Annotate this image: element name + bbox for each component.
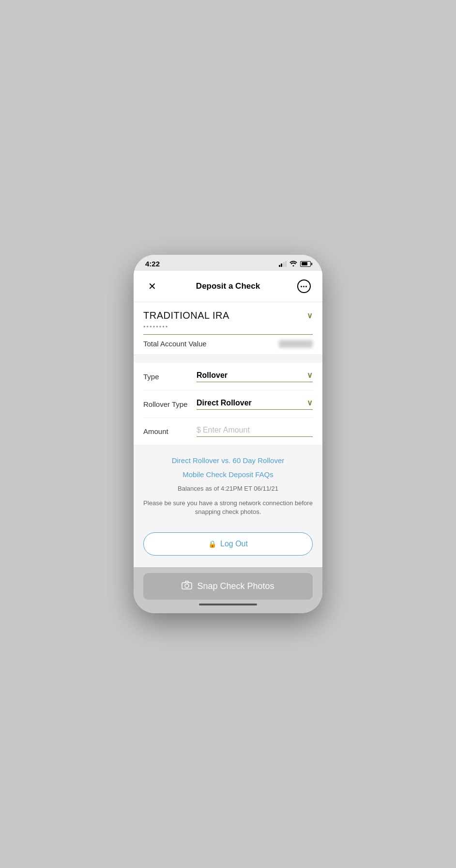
close-button[interactable]: ✕ [143, 278, 161, 295]
dollar-sign: $ [197, 426, 201, 434]
signal-bars-icon [279, 261, 287, 267]
home-indicator [143, 600, 313, 609]
account-divider [143, 334, 313, 335]
account-row: TRADITIONAL IRA ∨ [143, 310, 313, 321]
header: ✕ Deposit a Check [134, 271, 322, 302]
amount-input-container[interactable]: $ Enter Amount [197, 426, 313, 437]
bottom-cta: Snap Check Photos [134, 567, 322, 613]
account-value-blurred [279, 340, 313, 348]
snap-label: Snap Check Photos [197, 581, 274, 591]
type-value: Rollover [197, 371, 228, 380]
type-row: Type Rollover ∨ [143, 363, 313, 390]
main-content: ✕ Deposit a Check TRADITIONAL IRA ∨ [134, 271, 322, 567]
faq-link[interactable]: Mobile Check Deposit FAQs [182, 470, 274, 479]
rollover-type-value: Direct Rollover [197, 399, 252, 407]
account-section[interactable]: TRADITIONAL IRA ∨ •••••••• Total Account… [134, 302, 322, 355]
form-section: TRADITIONAL IRA ∨ •••••••• Total Account… [134, 302, 322, 567]
lock-icon: 🔒 [208, 540, 216, 548]
logout-button[interactable]: 🔒 Log Out [143, 532, 313, 556]
account-dropdown-chevron-icon[interactable]: ∨ [307, 311, 313, 320]
wifi-icon [289, 260, 297, 268]
amount-input[interactable]: $ Enter Amount [197, 426, 250, 434]
status-bar: 4:22 [134, 255, 322, 271]
amount-label: Amount [143, 427, 197, 435]
account-value-label: Total Account Value [143, 340, 207, 348]
account-name: TRADITIONAL IRA [143, 310, 229, 321]
account-number: •••••••• [143, 323, 313, 330]
logout-label: Log Out [220, 540, 248, 548]
status-time: 4:22 [145, 260, 160, 268]
type-label: Type [143, 372, 197, 381]
status-icons [279, 260, 311, 268]
type-dropdown[interactable]: Rollover ∨ [197, 371, 313, 382]
chat-button[interactable] [295, 278, 313, 295]
phone-frame: 4:22 ✕ Deposit a Ch [134, 255, 322, 613]
info-section: Direct Rollover vs. 60 Day Rollover Mobi… [134, 445, 322, 528]
type-chevron-icon: ∨ [307, 371, 313, 380]
rollover-link[interactable]: Direct Rollover vs. 60 Day Rollover [172, 456, 285, 465]
chat-icon [297, 279, 311, 293]
logout-section: 🔒 Log Out [134, 528, 322, 563]
rollover-type-dropdown[interactable]: Direct Rollover ∨ [197, 398, 313, 410]
svg-point-1 [185, 584, 189, 588]
battery-icon [300, 261, 311, 267]
rollover-type-row: Rollover Type Direct Rollover ∨ [143, 390, 313, 418]
rollover-type-label: Rollover Type [143, 400, 197, 408]
header-title: Deposit a Check [196, 281, 260, 291]
account-value-row: Total Account Value [143, 340, 313, 348]
network-notice: Please be sure you have a strong network… [143, 499, 313, 516]
amount-row: Amount $ Enter Amount [143, 418, 313, 445]
balance-timestamp: Balances as of 4:21PM ET 06/11/21 [178, 484, 278, 493]
rollover-type-chevron-icon: ∨ [307, 398, 313, 407]
amount-placeholder-text: Enter Amount [203, 426, 250, 434]
form-card: Type Rollover ∨ Rollover Type Direct Rol… [134, 363, 322, 445]
snap-check-photos-button[interactable]: Snap Check Photos [143, 573, 313, 600]
camera-icon [182, 581, 192, 592]
chat-dots [301, 286, 307, 287]
home-bar [199, 604, 257, 605]
